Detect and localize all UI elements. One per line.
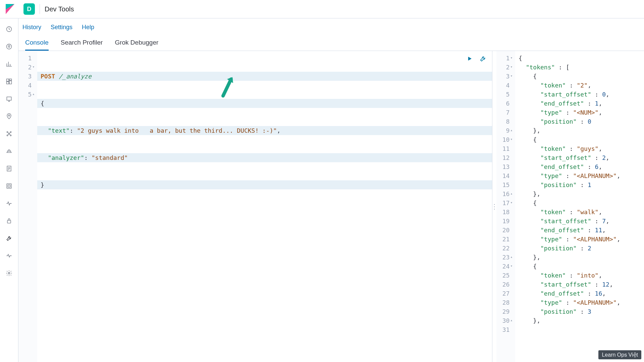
- svg-point-19: [8, 273, 10, 274]
- kibana-logo-icon[interactable]: [3, 2, 17, 16]
- svg-point-10: [7, 131, 8, 132]
- response-code: { "tokens" : [ { "token" : "2", "start_o…: [515, 51, 644, 362]
- svg-point-9: [8, 115, 10, 116]
- response-viewer[interactable]: 1▾2▾3▾4 5 6 7 8 9▴10▾11 12 13 14 15 16▴1…: [496, 51, 644, 362]
- siem-icon[interactable]: [5, 217, 13, 225]
- watermark: Learn Ops Việt: [598, 350, 641, 359]
- sidebar: [0, 18, 18, 362]
- top-bar: D Dev Tools: [0, 0, 644, 18]
- svg-rect-4: [7, 79, 9, 81]
- submenu-help[interactable]: Help: [82, 24, 94, 31]
- dev-tools-icon[interactable]: [5, 234, 13, 242]
- logs-icon[interactable]: [5, 165, 13, 173]
- page-title: Dev Tools: [45, 5, 74, 13]
- response-gutter: 1▾2▾3▾4 5 6 7 8 9▴10▾11 12 13 14 15 16▴1…: [496, 51, 515, 362]
- svg-point-3: [7, 44, 12, 49]
- svg-point-14: [10, 135, 11, 136]
- svg-point-13: [7, 135, 8, 136]
- visualize-icon[interactable]: [5, 60, 13, 68]
- svg-rect-18: [7, 220, 11, 223]
- svg-rect-5: [9, 79, 12, 80]
- tab-console[interactable]: Console: [25, 39, 49, 51]
- tab-grok-debugger[interactable]: Grok Debugger: [115, 39, 158, 51]
- svg-rect-17: [8, 185, 10, 187]
- management-icon[interactable]: [5, 269, 13, 277]
- svg-rect-6: [9, 81, 12, 84]
- ml-icon[interactable]: [5, 130, 13, 138]
- canvas-icon[interactable]: [5, 95, 13, 103]
- request-code[interactable]: POST /_analyze { "text": "2 guys walk in…: [37, 51, 492, 362]
- svg-point-12: [8, 133, 9, 134]
- pane-resize-handle[interactable]: ⋮: [492, 51, 496, 362]
- request-editor[interactable]: 1 2▾3 4 5▴ POST /_analyze { "text": "2 g…: [18, 51, 492, 362]
- stack-monitor-icon[interactable]: [5, 252, 13, 260]
- apm-icon[interactable]: [5, 182, 13, 190]
- svg-rect-8: [7, 97, 11, 100]
- tabs: Console Search Profiler Grok Debugger: [18, 34, 644, 51]
- send-request-button[interactable]: [465, 54, 474, 63]
- dashboard-icon[interactable]: [5, 77, 13, 85]
- submenu: History Settings Help: [18, 18, 644, 34]
- request-path: /_analyze: [59, 73, 92, 80]
- uptime-icon[interactable]: [5, 199, 13, 207]
- infra-icon[interactable]: [5, 147, 13, 155]
- discover-icon[interactable]: [5, 43, 13, 51]
- request-gutter: 1 2▾3 4 5▴: [18, 51, 37, 362]
- svg-rect-16: [7, 184, 11, 188]
- submenu-settings[interactable]: Settings: [51, 24, 72, 31]
- divider: [40, 4, 40, 14]
- svg-point-11: [10, 131, 11, 132]
- tab-search-profiler[interactable]: Search Profiler: [61, 39, 103, 51]
- wrench-icon[interactable]: [479, 54, 487, 63]
- svg-rect-7: [7, 82, 9, 84]
- maps-icon[interactable]: [5, 112, 13, 120]
- http-method: POST: [41, 73, 55, 80]
- submenu-history[interactable]: History: [22, 24, 41, 31]
- recent-icon[interactable]: [5, 25, 13, 33]
- app-badge[interactable]: D: [23, 3, 35, 15]
